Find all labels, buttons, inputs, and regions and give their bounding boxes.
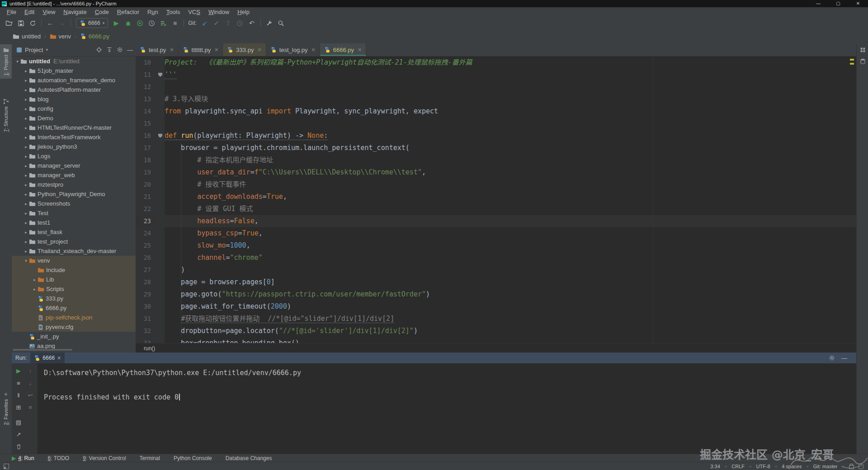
chevron-right-icon[interactable]: ▸ xyxy=(23,116,29,121)
fold-marker-icon[interactable] xyxy=(158,73,162,77)
breadcrumb-item-untitled[interactable]: untitled xyxy=(13,33,41,40)
maximize-button[interactable]: ▢ xyxy=(828,0,848,7)
tree-item-Lib[interactable]: ▸Lib xyxy=(12,275,136,284)
tree-item-automation_framework_demo[interactable]: ▸automation_framework_demo xyxy=(12,75,136,85)
indicator-icon[interactable] xyxy=(859,464,863,469)
git-history-button[interactable] xyxy=(235,18,245,28)
tree-item-jiekou_python3[interactable]: ▸jiekou_python3 xyxy=(12,142,136,151)
chevron-right-icon[interactable]: ▸ xyxy=(23,202,29,206)
close-icon[interactable]: ✕ xyxy=(57,355,61,361)
status-utf-8[interactable]: UTF-8 xyxy=(756,464,770,469)
stripe-1-project[interactable]: 1: Project xyxy=(0,44,12,79)
tree-item-Python_Playwright_Demo[interactable]: ▸Python_Playwright_Demo xyxy=(12,189,136,199)
tree-item-pip-selfcheck.json[interactable]: {}pip-selfcheck.json xyxy=(12,313,136,322)
chevron-right-icon[interactable]: ▸ xyxy=(23,107,29,111)
editor-tab-6666.py[interactable]: 6666.py✕ xyxy=(320,43,366,56)
chevron-right-icon[interactable]: ▸ xyxy=(23,164,29,168)
editor-tab-ttttttt.py[interactable]: ttttttt.py✕ xyxy=(179,43,223,56)
tree-item-Thailand_xsteach_dev-master[interactable]: ▸Thailand_xsteach_dev-master xyxy=(12,246,136,256)
tree-item-venv[interactable]: ▾venv xyxy=(12,256,136,265)
tree-item-6666.py[interactable]: 6666.py xyxy=(12,303,136,313)
chevron-right-icon[interactable]: ▸ xyxy=(23,173,29,178)
git-commit-button[interactable]: ✓ xyxy=(211,18,222,28)
close-icon[interactable]: ✕ xyxy=(358,47,362,53)
toolwindow-button-9-version-control[interactable]: 9: Version Control xyxy=(83,455,126,461)
profiler-button[interactable] xyxy=(146,18,157,28)
forward-button[interactable]: → xyxy=(57,18,67,28)
tree-item-Include[interactable]: Include xyxy=(12,265,136,275)
tree-item-HTMLTestRunnerCN-master[interactable]: ▸HTMLTestRunnerCN-master xyxy=(12,123,136,132)
debug-button[interactable] xyxy=(123,18,133,28)
stripe-7-structure[interactable]: 7: Structure xyxy=(0,96,12,135)
tree-item-Test[interactable]: ▸Test xyxy=(12,208,136,218)
chevron-right-icon[interactable]: ▸ xyxy=(23,88,29,92)
back-button[interactable]: ← xyxy=(45,18,56,28)
tree-item-test1[interactable]: ▸test1 xyxy=(12,218,136,227)
search-button[interactable] xyxy=(276,18,287,28)
menu-view[interactable]: View xyxy=(38,7,59,17)
toolwindow-button-terminal[interactable]: Terminal xyxy=(140,455,160,461)
chevron-right-icon[interactable]: ▸ xyxy=(32,277,38,282)
jump-button[interactable]: ↗ xyxy=(14,430,23,439)
menu-file[interactable]: File xyxy=(3,7,20,17)
stop-sq-button[interactable]: ■ xyxy=(14,378,23,387)
close-icon[interactable]: ✕ xyxy=(170,47,174,53)
close-icon[interactable]: ✕ xyxy=(257,47,261,53)
fold-marker-icon[interactable] xyxy=(158,134,162,138)
tree-item-_init_.py[interactable]: _init_.py xyxy=(12,332,136,341)
git-update-button[interactable]: ↙ xyxy=(199,18,210,28)
menu-code[interactable]: Code xyxy=(91,7,113,17)
run-hide-button[interactable]: — xyxy=(841,355,847,362)
settings-button[interactable] xyxy=(117,47,123,53)
sync-button[interactable] xyxy=(27,18,38,28)
tree-item-untitled[interactable]: ▾untitledE:\untitled xyxy=(12,56,136,66)
layers-tool-button[interactable] xyxy=(860,47,866,53)
chevron-right-icon[interactable]: ▸ xyxy=(23,211,29,216)
open-folder-button[interactable] xyxy=(4,18,14,28)
project-panel-title[interactable]: Project xyxy=(25,47,43,53)
tree-item-test_flask[interactable]: ▸test_flask xyxy=(12,227,136,237)
chevron-right-icon[interactable]: ▸ xyxy=(23,221,29,225)
editor-tab-test_log.py[interactable]: test_log.py✕ xyxy=(266,43,320,56)
chevron-right-icon[interactable]: ▸ xyxy=(23,230,29,235)
chevron-right-icon[interactable]: ▸ xyxy=(23,154,29,159)
chevron-right-icon[interactable]: ▸ xyxy=(23,192,29,197)
chevron-down-icon[interactable]: ▾ xyxy=(14,59,20,64)
tree-item-333.py[interactable]: 333.py xyxy=(12,294,136,303)
run-settings-button[interactable] xyxy=(829,355,835,362)
down-button[interactable]: ↓ xyxy=(26,378,35,387)
tree-item-InterfaceTestFramework[interactable]: ▸InterfaceTestFramework xyxy=(12,132,136,142)
menu-navigate[interactable]: Navigate xyxy=(59,7,90,17)
toolwindow-button-database-changes[interactable]: Database Changes xyxy=(226,455,272,461)
tree-horizontal-scrollbar[interactable] xyxy=(13,349,72,351)
chevron-right-icon[interactable]: ▸ xyxy=(23,249,29,254)
tree-item-manager_web[interactable]: ▸manager_web xyxy=(12,170,136,180)
hide-button[interactable]: — xyxy=(127,47,133,53)
close-button[interactable]: ✕ xyxy=(848,0,868,7)
menu-tools[interactable]: Tools xyxy=(162,7,184,17)
fold-marker[interactable] xyxy=(156,130,165,142)
tree-item-test_project[interactable]: ▸test_project xyxy=(12,237,136,246)
print-button[interactable]: ▤ xyxy=(14,418,23,427)
softwrap-button[interactable]: ↩ xyxy=(26,390,35,400)
status-3-34[interactable]: 3:34 xyxy=(710,464,720,469)
stripe-2-favorites[interactable]: ★2: Favorites xyxy=(0,389,12,428)
breadcrumb-item-6666.py[interactable]: 6666.py xyxy=(80,33,109,40)
layout-button[interactable]: ⊞ xyxy=(14,403,23,412)
pause-button[interactable]: ‖ xyxy=(14,390,23,400)
menu-edit[interactable]: Edit xyxy=(20,7,38,17)
git-push-button[interactable]: ⇧ xyxy=(223,18,234,28)
clear-button[interactable] xyxy=(14,442,23,451)
chevron-right-icon[interactable]: ▸ xyxy=(23,183,29,187)
close-icon[interactable]: ✕ xyxy=(311,47,316,53)
code-editor[interactable]: 10Project: 《《最新出炉》系列初窥篇-Python+Playwrigh… xyxy=(136,56,856,343)
toolwindow-button-6-todo[interactable]: 6: TODO xyxy=(48,455,70,461)
fold-marker[interactable] xyxy=(156,69,165,81)
scrollend-button[interactable]: ≡ xyxy=(26,403,35,412)
minimize-button[interactable]: — xyxy=(808,0,828,7)
toolwindow-button-4-run[interactable]: ▶4: Run xyxy=(12,455,34,461)
menu-run[interactable]: Run xyxy=(143,7,162,17)
tree-item-manager_server[interactable]: ▸manager_server xyxy=(12,161,136,170)
rerun-button[interactable]: ▶ xyxy=(14,366,23,375)
git-rollback-button[interactable]: ↶ xyxy=(246,18,257,28)
